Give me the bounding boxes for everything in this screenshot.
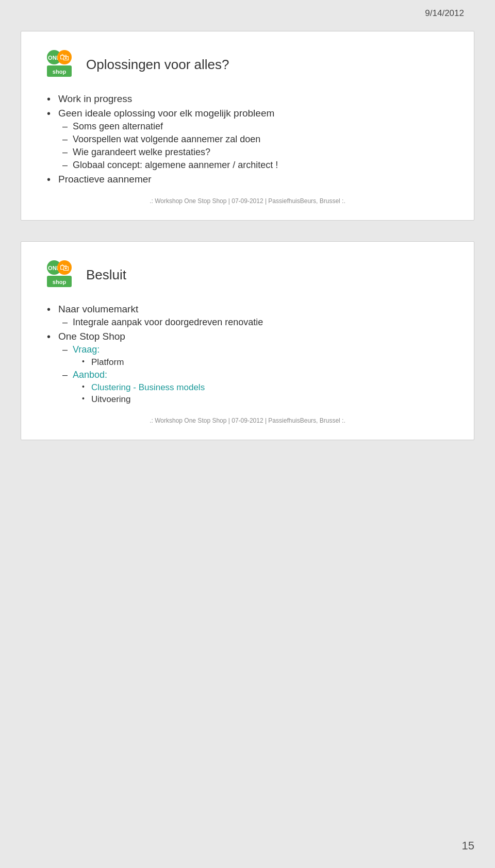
list-item: Soms geen alternatief — [58, 121, 453, 132]
svg-text:🛍: 🛍 — [60, 52, 69, 62]
sub-list: Integrale aanpak voor doorgedreven renov… — [58, 317, 453, 328]
sub-list: Soms geen alternatief Voorspellen wat vo… — [58, 121, 453, 171]
list-item-vraag: Vraag: Platform — [58, 344, 453, 368]
slide-2-bullets: Naar volumemarkt Integrale aanpak voor d… — [47, 304, 453, 405]
list-item: Voorspellen wat volgende aannemer zal do… — [58, 134, 453, 145]
list-item: Wie garandeert welke prestaties? — [58, 147, 453, 158]
list-item-clustering: Clustering - Business models — [73, 382, 453, 393]
sub-sub-list: Platform — [73, 357, 453, 368]
slide-2: ONE 🛍 shop Besluit Naar volumemarkt Inte… — [21, 241, 474, 440]
page-number: 15 — [462, 839, 474, 853]
list-item-uitvoering: Uitvoering — [73, 394, 453, 405]
slide-2-footer: .: Workshop One Stop Shop | 07-09-2012 |… — [42, 417, 453, 424]
list-item: Proactieve aannemer — [47, 174, 453, 185]
slide-1-footer: .: Workshop One Stop Shop | 07-09-2012 |… — [42, 197, 453, 205]
list-item: Globaal concept: algemene aannemer / arc… — [58, 160, 453, 171]
logo-icon: ONE 🛍 shop — [42, 47, 77, 82]
svg-text:🛍: 🛍 — [60, 262, 69, 273]
date-stamp: 9/14/2012 — [425, 8, 464, 19]
sub-list-oss: Vraag: Platform Aanbod: Clustering - Bus… — [58, 344, 453, 405]
list-item: Work in progress — [47, 93, 453, 105]
logo-icon-2: ONE 🛍 shop — [42, 257, 77, 292]
list-item: Integrale aanpak voor doorgedreven renov… — [58, 317, 453, 328]
list-item: One Stop Shop Vraag: Platform Aanbod: Cl… — [47, 331, 453, 405]
slide-1-header: ONE 🛍 shop Oplossingen voor alles? — [42, 47, 453, 82]
slide-2-header: ONE 🛍 shop Besluit — [42, 257, 453, 292]
slide-2-title: Besluit — [86, 267, 126, 283]
slide-1-title: Oplossingen voor alles? — [86, 57, 229, 73]
sub-sub-list-2: Clustering - Business models Uitvoering — [73, 382, 453, 405]
list-item-platform: Platform — [73, 357, 453, 368]
aanbod-label: Aanbod: — [73, 370, 107, 380]
vraag-label: Vraag: — [73, 344, 100, 355]
slide-1: ONE 🛍 shop Oplossingen voor alles? Work … — [21, 31, 474, 221]
slide-1-bullets: Work in progress Geen ideale oplossing v… — [47, 93, 453, 185]
svg-text:shop: shop — [53, 69, 67, 75]
list-item-aanbod: Aanbod: Clustering - Business models Uit… — [58, 370, 453, 405]
svg-text:shop: shop — [53, 279, 67, 285]
list-item: Naar volumemarkt Integrale aanpak voor d… — [47, 304, 453, 328]
list-item: Geen ideale oplossing voor elk mogelijk … — [47, 108, 453, 171]
